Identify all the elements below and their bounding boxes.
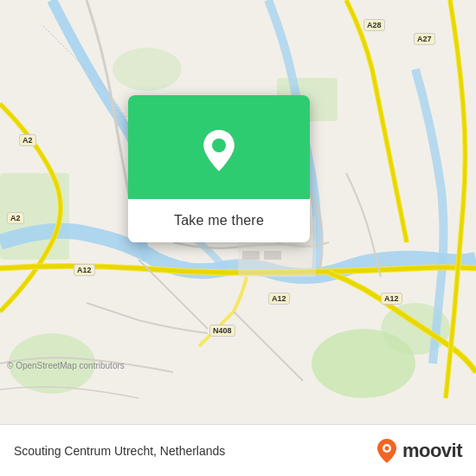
svg-point-6 xyxy=(113,48,182,91)
popup-green-area xyxy=(128,95,310,199)
road-label-a27: A27 xyxy=(414,33,435,45)
svg-point-18 xyxy=(212,138,226,152)
location-name: Scouting Centrum Utrecht, Netherlands xyxy=(14,444,225,458)
svg-rect-16 xyxy=(242,251,260,260)
take-me-there-button[interactable]: Take me there xyxy=(128,199,310,242)
road-label-n408: N408 xyxy=(209,325,235,337)
moovit-text: moovit xyxy=(402,440,462,462)
svg-point-20 xyxy=(384,446,389,450)
map-container: A2 A2 A12 A12 A12 A27 A28 N408 Take me t… xyxy=(0,0,476,424)
location-pin-icon xyxy=(198,126,240,168)
road-label-a2-2: A2 xyxy=(7,212,24,224)
road-label-a2-1: A2 xyxy=(19,134,36,146)
moovit-logo-icon xyxy=(375,437,399,465)
bottom-bar: Scouting Centrum Utrecht, Netherlands mo… xyxy=(0,424,476,476)
road-label-a12-3: A12 xyxy=(381,293,402,305)
location-info: Scouting Centrum Utrecht, Netherlands xyxy=(14,444,225,458)
road-label-a12-1: A12 xyxy=(74,264,95,276)
road-label-a28: A28 xyxy=(363,19,385,31)
moovit-logo: moovit xyxy=(375,437,462,465)
road-label-a12-2: A12 xyxy=(268,293,290,305)
svg-rect-17 xyxy=(264,251,281,260)
osm-credit: © OpenStreetMap contributors xyxy=(7,361,125,370)
popup-card: Take me there xyxy=(128,95,310,242)
